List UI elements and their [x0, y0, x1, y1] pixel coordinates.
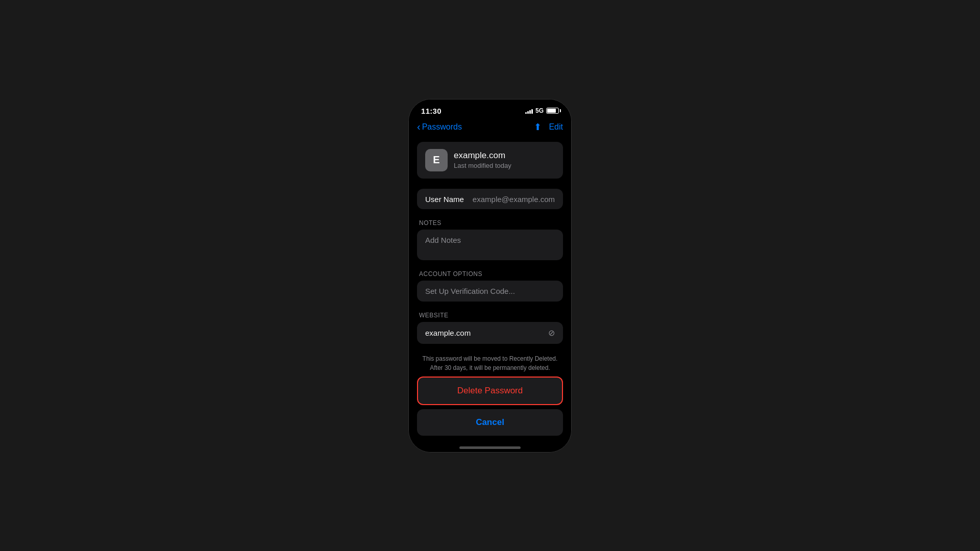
- action-sheet: Delete Password Cancel: [409, 377, 571, 440]
- back-label: Passwords: [422, 122, 462, 132]
- delete-info-line1: This password will be moved to Recently …: [423, 355, 558, 362]
- account-options-section-label: ACCOUNT OPTIONS: [417, 270, 563, 278]
- notes-section-label: NOTES: [417, 219, 563, 227]
- battery-icon: [546, 108, 559, 114]
- username-label: User Name: [425, 195, 464, 204]
- notes-placeholder: Add Notes: [425, 236, 461, 244]
- external-link-icon: ⊘: [548, 328, 555, 338]
- share-icon[interactable]: ⬆: [534, 121, 542, 133]
- back-button[interactable]: ‹ Passwords: [417, 122, 462, 132]
- nav-bar: ‹ Passwords ⬆ Edit: [409, 119, 571, 138]
- delete-password-button[interactable]: Delete Password: [417, 377, 563, 405]
- delete-button-label: Delete Password: [457, 386, 523, 395]
- website-value: example.com: [425, 329, 471, 337]
- delete-info-text: This password will be moved to Recently …: [417, 354, 563, 372]
- site-header-card: E example.com Last modified today: [417, 142, 563, 179]
- account-options-card: Set Up Verification Code... Change Passw…: [417, 281, 563, 302]
- notes-card[interactable]: Add Notes: [417, 230, 563, 260]
- status-time: 11:30: [421, 107, 442, 115]
- scroll-content: E example.com Last modified today User N…: [409, 138, 571, 377]
- phone-frame: 11:30 5G ‹ Passwords ⬆ Edit E: [408, 99, 572, 453]
- username-value: example@example.com: [473, 195, 555, 204]
- site-icon: E: [425, 149, 448, 171]
- site-info: example.com Last modified today: [454, 151, 511, 169]
- website-section-label: WEBSITE: [417, 312, 563, 319]
- setup-verification-row[interactable]: Set Up Verification Code...: [417, 281, 563, 302]
- home-indicator: [409, 440, 571, 452]
- website-card[interactable]: example.com ⊘: [417, 322, 563, 344]
- cancel-button[interactable]: Cancel: [417, 409, 563, 436]
- network-type: 5G: [535, 107, 544, 114]
- username-row[interactable]: User Name example@example.com: [417, 189, 563, 209]
- signal-icon: [525, 108, 533, 114]
- site-modified: Last modified today: [454, 162, 511, 169]
- home-bar: [459, 446, 521, 449]
- credentials-card: User Name example@example.com Password: [417, 189, 563, 209]
- chevron-left-icon: ‹: [417, 121, 421, 132]
- setup-verification-text: Set Up Verification Code...: [425, 287, 515, 295]
- status-bar: 11:30 5G: [409, 99, 571, 119]
- delete-info-line2: After 30 days, it will be permanently de…: [430, 364, 550, 371]
- status-icons: 5G: [525, 107, 559, 114]
- site-name: example.com: [454, 151, 511, 161]
- cancel-button-label: Cancel: [476, 417, 504, 427]
- edit-button[interactable]: Edit: [549, 122, 563, 132]
- nav-actions: ⬆ Edit: [534, 121, 563, 133]
